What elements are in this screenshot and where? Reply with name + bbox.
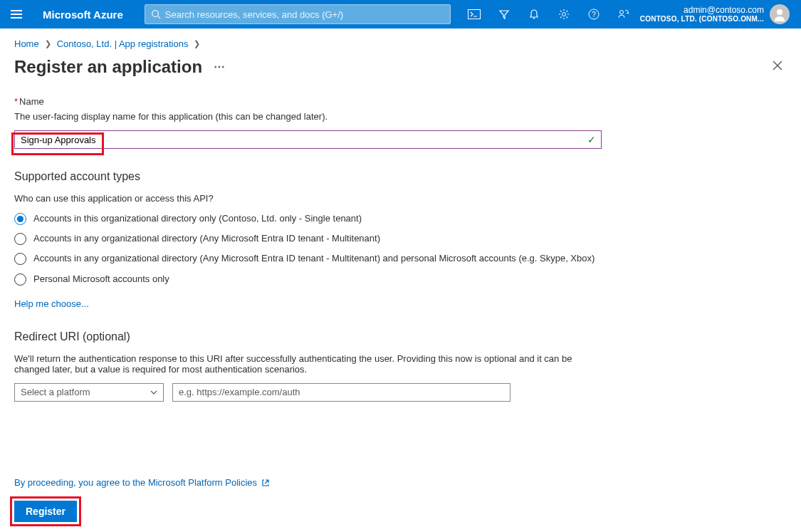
radio-label: Personal Microsoft accounts only <box>33 273 169 286</box>
svg-point-7 <box>777 9 782 15</box>
chevron-right-icon: ❯ <box>45 39 51 48</box>
help-button[interactable]: ? <box>580 0 607 28</box>
breadcrumb-home[interactable]: Home <box>14 38 39 49</box>
hamburger-menu-button[interactable] <box>7 6 28 22</box>
register-button[interactable]: Register <box>14 501 77 522</box>
page-title: Register an application <box>14 57 202 77</box>
platform-select[interactable]: Select a platform <box>14 383 164 402</box>
radio-button[interactable] <box>14 233 26 245</box>
azure-topbar: Microsoft Azure Search resources, servic… <box>0 0 801 28</box>
name-input[interactable] <box>14 130 602 149</box>
avatar <box>770 4 790 24</box>
platform-policies-link[interactable]: By proceeding, you agree to the Microsof… <box>14 477 787 488</box>
svg-point-0 <box>152 11 159 17</box>
chevron-down-icon <box>150 390 157 395</box>
account-option-personal[interactable]: Personal Microsoft accounts only <box>14 273 598 286</box>
filter-icon <box>498 9 510 20</box>
required-indicator: * <box>14 96 18 107</box>
account-option-multitenant-personal[interactable]: Accounts in any organizational directory… <box>14 252 598 265</box>
radio-button[interactable] <box>14 273 26 286</box>
directories-button[interactable] <box>491 0 518 28</box>
global-search-input[interactable]: Search resources, services, and docs (G+… <box>145 4 451 24</box>
topbar-icons: ? admin@contoso.com CONTOSO, LTD. (CONTO… <box>461 0 794 28</box>
settings-button[interactable] <box>550 0 577 28</box>
breadcrumb-app-registrations[interactable]: Contoso, Ltd. | App registrations <box>57 38 189 49</box>
gear-icon <box>558 9 570 20</box>
form-area[interactable]: *Name The user-facing display name for t… <box>0 89 801 461</box>
external-link-icon <box>261 479 270 487</box>
help-icon: ? <box>588 9 600 20</box>
check-icon: ✓ <box>587 134 596 145</box>
user-email: admin@contoso.com <box>640 5 764 15</box>
cloud-shell-icon <box>468 9 481 19</box>
user-tenant: CONTOSO, LTD. (CONTOSO.ONM... <box>640 15 764 24</box>
search-icon <box>151 9 161 19</box>
footer: By proceeding, you agree to the Microsof… <box>0 469 801 532</box>
breadcrumb: Home ❯ Contoso, Ltd. | App registrations… <box>0 28 801 52</box>
notifications-button[interactable] <box>520 0 548 28</box>
feedback-button[interactable] <box>610 0 637 28</box>
search-placeholder: Search resources, services, and docs (G+… <box>165 9 343 20</box>
feedback-icon <box>617 9 630 20</box>
svg-rect-2 <box>468 10 480 19</box>
cloud-shell-button[interactable] <box>461 0 488 28</box>
radio-button[interactable] <box>14 213 26 225</box>
account-option-multitenant[interactable]: Accounts in any organizational directory… <box>14 232 598 245</box>
user-text: admin@contoso.com CONTOSO, LTD. (CONTOSO… <box>640 5 764 24</box>
more-menu-button[interactable]: ⋯ <box>214 60 225 73</box>
radio-label: Accounts in any organizational directory… <box>33 252 595 265</box>
name-field-label: *Name <box>14 96 787 107</box>
svg-text:?: ? <box>592 11 596 19</box>
avatar-icon <box>773 7 787 21</box>
svg-point-6 <box>619 11 623 14</box>
help-me-choose-link[interactable]: Help me choose... <box>14 298 787 309</box>
close-icon <box>773 61 782 71</box>
platform-select-label: Select a platform <box>21 387 90 397</box>
name-field-description: The user-facing display name for this ap… <box>14 111 787 122</box>
account-option-single-tenant[interactable]: Accounts in this organizational director… <box>14 212 598 225</box>
radio-button[interactable] <box>14 253 26 265</box>
radio-label: Accounts in any organizational directory… <box>33 232 380 245</box>
bell-icon <box>528 9 540 20</box>
page-header: Register an application ⋯ <box>0 52 801 85</box>
redirect-uri-description: We'll return the authentication response… <box>14 353 598 375</box>
svg-point-3 <box>562 13 565 16</box>
redirect-uri-title: Redirect URI (optional) <box>14 330 787 343</box>
close-blade-button[interactable] <box>768 55 787 78</box>
radio-label: Accounts in this organizational director… <box>33 212 362 225</box>
user-menu[interactable]: admin@contoso.com CONTOSO, LTD. (CONTOSO… <box>640 4 794 24</box>
account-types-question: Who can use this application or access t… <box>14 193 787 204</box>
account-types-title: Supported account types <box>14 170 787 183</box>
redirect-uri-input[interactable] <box>172 383 511 402</box>
svg-line-1 <box>157 16 160 19</box>
chevron-right-icon: ❯ <box>194 39 200 48</box>
brand-label[interactable]: Microsoft Azure <box>43 9 123 21</box>
